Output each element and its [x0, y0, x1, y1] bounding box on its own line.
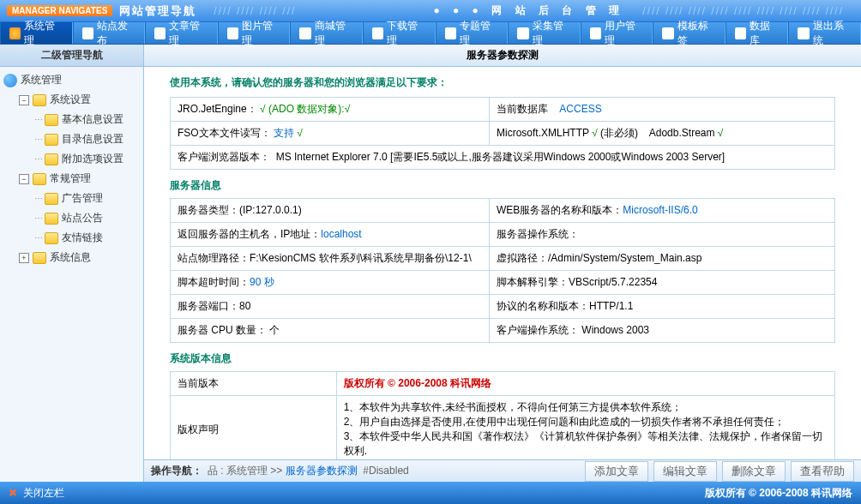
folder-icon	[45, 232, 58, 244]
table-row: 服务器端口：80协议的名称和版本：HTTP/1.1	[171, 295, 835, 319]
folder-icon	[45, 114, 58, 126]
edit-article-button[interactable]: 编辑文章	[653, 461, 717, 482]
table-row: 返回服务器的主机名，IP地址：localhost服务器操作系统：	[171, 223, 835, 247]
db-link[interactable]: ACCESS	[559, 103, 601, 115]
folder-icon	[33, 252, 46, 264]
menu-icon	[154, 27, 166, 39]
tree-item-0-1[interactable]: ⋯目录信息设置	[31, 129, 143, 149]
sidebar-header: 二级管理导航	[0, 45, 143, 67]
tree-item-1-1[interactable]: ⋯站点公告	[31, 208, 143, 228]
fso-link[interactable]: 支持	[274, 127, 294, 139]
folder-icon	[33, 173, 46, 185]
manager-badge: MANAGER NAVIGATES	[7, 5, 112, 16]
tree-root[interactable]: 系统管理	[0, 70, 143, 90]
menu-item-6[interactable]: 专题管理	[436, 22, 509, 44]
menu-item-2[interactable]: 文章管理	[145, 22, 218, 44]
menu-icon	[372, 27, 383, 39]
delete-article-button[interactable]: 删除文章	[722, 461, 786, 482]
footer-copyright: 版权所有 © 2006-2008 科讯网络	[705, 486, 852, 501]
menu-item-8[interactable]: 用户管理	[581, 22, 653, 44]
folder-icon	[45, 134, 58, 146]
menu-item-10[interactable]: 数据库	[726, 22, 788, 44]
folder-icon	[33, 94, 46, 106]
close-icon: ✖	[9, 487, 17, 499]
menu-item-3[interactable]: 图片管理	[218, 22, 291, 44]
menu-icon	[9, 27, 21, 39]
requirements-table: JRO.JetEngine： √ (ADO 数据对象):√ 当前数据库 ACCE…	[170, 97, 835, 170]
menu-icon	[299, 27, 310, 39]
folder-icon	[45, 153, 58, 165]
table-row: 版权声明 1、本软件为共享软件,未经书面授权，不得向任何第三方提供本软件系统； …	[171, 396, 835, 460]
menu-item-11[interactable]: 退出系统	[788, 22, 861, 44]
version-table: 当前版本 版权所有 © 2006-2008 科讯网络 版权声明 1、本软件为共享…	[170, 371, 835, 459]
header-pattern-left: //// //// //// ///	[214, 5, 416, 17]
op-label: 操作导航：	[151, 464, 202, 478]
content-title: 服务器参数探测	[144, 45, 861, 67]
tree-item-1-0[interactable]: ⋯广告管理	[31, 189, 143, 208]
menu-icon	[662, 27, 673, 39]
sidebar: 二级管理导航 系统管理−系统设置⋯基本信息设置⋯目录信息设置⋯附加选项设置−常规…	[0, 45, 144, 482]
view-help-button[interactable]: 查看帮助	[791, 461, 854, 482]
menu-bar: 系统管理站点发布文章管理图片管理商城管理下载管理专题管理采集管理用户管理模板标签…	[0, 22, 861, 45]
folder-icon	[45, 193, 58, 205]
tree-item-1-2[interactable]: ⋯友情链接	[31, 228, 143, 248]
menu-item-4[interactable]: 商城管理	[290, 22, 363, 44]
table-row: 客户端浏览器版本： MS Internet Explorer 7.0 [需要IE…	[171, 146, 835, 170]
menu-icon	[735, 27, 746, 39]
menu-item-1[interactable]: 站点发布	[73, 22, 146, 44]
menu-item-7[interactable]: 采集管理	[508, 22, 581, 44]
breadcrumb-link[interactable]: 服务器参数探测	[286, 465, 358, 477]
expand-icon[interactable]: +	[19, 253, 29, 263]
operation-bar: 操作导航： 品 : 系统管理 >> 服务器参数探测 #Disabled 添加文章…	[144, 459, 861, 482]
table-row: 脚本超时时间：90 秒脚本解释引擎：VBScript/5.7.22354	[171, 271, 835, 295]
host-link[interactable]: localhost	[321, 228, 361, 240]
server-info-table: 服务器类型：(IP:127.0.0.1)WEB服务器的名称和版本：Microso…	[170, 198, 835, 343]
table-row: JRO.JetEngine： √ (ADO 数据对象):√ 当前数据库 ACCE…	[171, 98, 835, 122]
add-article-button[interactable]: 添加文章	[585, 461, 648, 482]
tree-item-0-2[interactable]: ⋯附加选项设置	[31, 149, 143, 169]
tree-item-0-0[interactable]: ⋯基本信息设置	[31, 110, 143, 129]
header-pattern-right: //// //// //// //// //// //// //// //// …	[641, 5, 844, 17]
menu-icon	[517, 27, 528, 39]
iis-link[interactable]: Microsoft-IIS/6.0	[623, 204, 697, 216]
nav-tree: 系统管理−系统设置⋯基本信息设置⋯目录信息设置⋯附加选项设置−常规管理⋯广告管理…	[0, 67, 143, 271]
expand-icon[interactable]: −	[19, 95, 29, 105]
table-row: FSO文本文件读写： 支持 √ Microsoft.XMLHTTP √ (非必须…	[171, 122, 835, 146]
tree-group-1[interactable]: −常规管理	[15, 169, 143, 189]
breadcrumb: 品 : 系统管理 >> 服务器参数探测 #Disabled	[208, 464, 409, 478]
globe-icon	[3, 74, 17, 87]
menu-icon	[445, 27, 456, 39]
menu-icon	[798, 27, 809, 39]
folder-icon	[45, 213, 58, 225]
menu-item-0[interactable]: 系统管理	[0, 22, 73, 44]
table-row: 当前版本 版权所有 © 2006-2008 科讯网络	[171, 372, 835, 396]
menu-icon	[82, 27, 93, 39]
table-row: 服务器 CPU 数量： 个客户端操作系统： Windows 2003	[171, 319, 835, 343]
version-section-title: 系统版本信息	[170, 351, 835, 366]
table-row: 站点物理路径：F:\KesionCMS 软件系列\科讯系统早期备份\12-1\虚…	[171, 247, 835, 271]
menu-icon	[227, 27, 238, 39]
table-row: 服务器类型：(IP:127.0.0.1)WEB服务器的名称和版本：Microso…	[171, 199, 835, 223]
app-title: ● ● ● 网 站 后 台 管 理	[433, 3, 623, 18]
tree-group-2[interactable]: +系统信息	[15, 248, 143, 267]
tree-group-0[interactable]: −系统设置	[15, 90, 143, 110]
nav-title: 网站管理导航	[119, 3, 196, 19]
timeout-link[interactable]: 90 秒	[250, 276, 274, 288]
requirements-title: 使用本系统，请确认您的服务器和您的浏览器满足以下要求：	[170, 75, 835, 90]
footer-bar: ✖ 关闭左栏 版权所有 © 2006-2008 科讯网络	[0, 482, 861, 504]
server-section-title: 服务器信息	[170, 178, 835, 193]
content-panel: 服务器参数探测 使用本系统，请确认您的服务器和您的浏览器满足以下要求： JRO.…	[144, 45, 861, 482]
menu-item-5[interactable]: 下载管理	[363, 22, 436, 44]
close-left-panel[interactable]: ✖ 关闭左栏	[9, 486, 64, 501]
menu-icon	[590, 27, 601, 39]
expand-icon[interactable]: −	[19, 174, 29, 184]
menu-item-9[interactable]: 模板标签	[653, 22, 726, 44]
